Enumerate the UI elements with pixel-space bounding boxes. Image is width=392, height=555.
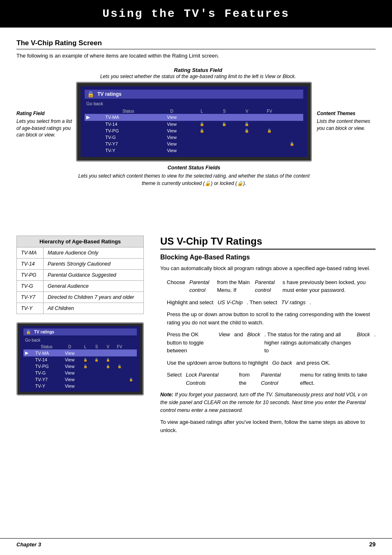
footer-chapter: Chapter 3 xyxy=(16,541,41,548)
tv-table-row: TV-Y7View🔓 xyxy=(85,141,303,147)
hierarchy-table: Hierarchy of Age-Based Ratings TV-MAMatu… xyxy=(16,236,144,314)
rating-field-label: Rating Field Lets you select from a list… xyxy=(16,82,76,139)
unlock-text: To view age-based ratings after you've l… xyxy=(160,418,376,434)
go-back-label: Go back xyxy=(85,101,303,106)
lock-icon-tv2: 🔒 xyxy=(26,330,31,334)
rating-status-field-desc: Lets you select whether the status of th… xyxy=(78,73,318,80)
col-l: L xyxy=(191,109,213,114)
tv-screen-title: TV ratings xyxy=(97,91,122,97)
tv-table-row: TV-YView xyxy=(85,147,303,154)
lock-icon-tv1: 🔒 xyxy=(87,91,94,97)
vchip-section: The V-Chip Rating Screen The following i… xyxy=(16,39,376,434)
go-back-2: Go back xyxy=(23,338,137,342)
right-column: US V-Chip TV Ratings Blocking Age-Based … xyxy=(160,236,376,434)
tv-table-row: ▶TV-MAView xyxy=(85,114,303,121)
blocking-title: Blocking Age-Based Ratings xyxy=(160,254,376,261)
step-item: Use the up/down arrow buttons to highlig… xyxy=(167,359,376,367)
step-item: Highlight and select US V-Chip. Then sel… xyxy=(167,298,376,307)
hierarchy-table-row: TV-PGParental Guidance Suggested xyxy=(17,270,144,281)
hierarchy-table-row: TV-MAMature Audience Only xyxy=(17,247,144,259)
tv-ratings-table-2: Status D L S V FV ▶TV-MAViewTV-14View🔓🔓🔓… xyxy=(23,344,137,389)
note-text: If you forget your password, turn off th… xyxy=(160,392,367,413)
section-intro: The following is an example of where ite… xyxy=(16,53,376,59)
tv-table-2-row: TV-PGView🔓🔓🔓 xyxy=(23,363,137,370)
step-item: Press the OK button to toggle between Vi… xyxy=(167,331,376,355)
page-header: Using the TV's Features xyxy=(0,0,392,28)
hierarchy-table-row: TV-14Parents Strongly Cautioned xyxy=(17,259,144,270)
tv-table-2-row: TV-Y7View🔓 xyxy=(23,376,137,383)
hierarchy-table-title: Hierarchy of Age-Based Ratings xyxy=(17,236,144,247)
tv-table-2-row: TV-YView xyxy=(23,383,137,389)
content-status-desc: Lets you select which content themes to … xyxy=(76,172,312,187)
blocking-intro: You can automatically block all program … xyxy=(160,264,376,273)
tv-table-row: TV-PGView🔓🔓🔓 xyxy=(85,127,303,134)
section-title: The V-Chip Rating Screen xyxy=(16,39,376,49)
diagram-section: Rating Status Field Lets you select whet… xyxy=(16,67,376,223)
page-footer: Chapter 3 29 xyxy=(0,538,392,548)
rating-status-field-label: Rating Status Field xyxy=(78,67,318,73)
tv-screen-2-title: TV ratings xyxy=(34,330,54,334)
col-fv: FV xyxy=(258,109,281,114)
tv-screen-diagram: 🔒 TV ratings Go back Status D xyxy=(76,82,312,162)
hierarchy-table-row: TV-GGeneral Audience xyxy=(17,281,144,292)
tv-table-2-row: TV-14View🔓🔓🔓 xyxy=(23,356,137,363)
hierarchy-table-row: TV-YAll Children xyxy=(17,303,144,314)
step-item: Press the up or down arrow button to scr… xyxy=(167,310,376,326)
tv-table-row: TV-14View🔓🔓🔓 xyxy=(85,121,303,127)
tv-table-2-row: ▶TV-MAView xyxy=(23,349,137,356)
note-box: Note: If you forget your password, turn … xyxy=(160,391,376,414)
col-v: V xyxy=(235,109,258,114)
two-column-section: Hierarchy of Age-Based Ratings TV-MAMatu… xyxy=(16,236,376,434)
col-d: D xyxy=(153,109,190,114)
step-item: Choose Parental control from the Main Me… xyxy=(167,278,376,294)
content-status-annotation: Content Status Fields Lets you select wh… xyxy=(76,165,312,187)
tv-table-row: TV-GView xyxy=(85,134,303,141)
us-vchip-title: US V-Chip TV Ratings xyxy=(160,236,376,250)
tv-ratings-table: Status D L S V FV ▶TV-MAViewTV- xyxy=(85,109,303,154)
col-s: S xyxy=(213,109,236,114)
footer-page: 29 xyxy=(369,541,376,548)
step-item: Select Lock Parental Controls from the P… xyxy=(167,371,376,387)
content-status-title: Content Status Fields xyxy=(76,165,312,171)
tv-screen-2: 🔒 TV ratings Go back Status D L xyxy=(16,322,144,395)
page-title: Using the TV's Features xyxy=(102,7,289,20)
left-column: Hierarchy of Age-Based Ratings TV-MAMatu… xyxy=(16,236,144,434)
hierarchy-table-row: TV-Y7Directed to Children 7 years and ol… xyxy=(17,292,144,303)
col-status: Status xyxy=(104,109,153,114)
steps-list: Choose Parental control from the Main Me… xyxy=(160,278,376,387)
content-themes-label: Content Themes Lists the content themes … xyxy=(312,82,376,132)
tv-table-2-row: TV-GView xyxy=(23,370,137,376)
